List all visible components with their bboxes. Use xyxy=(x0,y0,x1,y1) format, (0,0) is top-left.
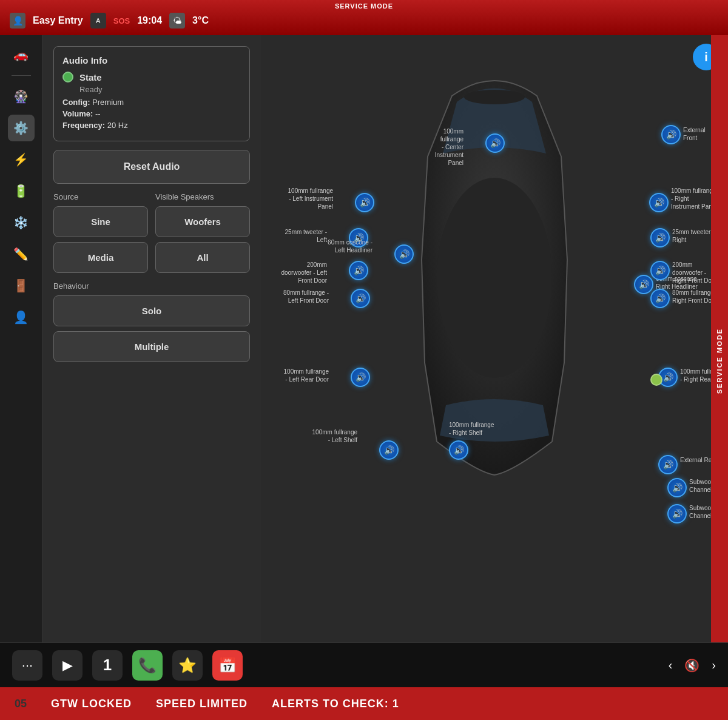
time-label: 19:04 xyxy=(137,15,162,26)
source-sine-button[interactable]: Sine xyxy=(53,206,148,237)
car-area: i SERVICE MODE xyxy=(261,35,728,687)
status-bar: SERVICE MODE 👤 Easy Entry A SOS 19:04 🌤 … xyxy=(0,0,728,35)
speakers-woofers-button[interactable]: Woofers xyxy=(155,206,250,237)
sidebar-icon-car[interactable]: 🚗 xyxy=(8,41,35,68)
state-value: Ready xyxy=(79,85,241,94)
alert-gtw: GTW LOCKED xyxy=(51,698,132,710)
taskbar-forward[interactable]: › xyxy=(712,658,716,672)
speaker-left-door-woofer-label: 200mm doorwoofer - Left Front Door xyxy=(261,261,327,284)
alert-bar: 05 GTW LOCKED SPEED LIMITED ALERTS TO CH… xyxy=(0,687,728,720)
reset-audio-button[interactable]: Reset Audio xyxy=(53,150,250,184)
volume-label: Volume: xyxy=(62,109,95,118)
behaviour-section: Behaviour Solo Multiple xyxy=(53,281,250,362)
source-media-button[interactable]: Media xyxy=(53,242,148,273)
sidebar-icon-climate[interactable]: ❄️ xyxy=(8,209,35,236)
frequency-value: 20 Hz xyxy=(107,121,128,130)
frequency-row: Frequency: 20 Hz xyxy=(62,121,241,130)
alert-id: 05 xyxy=(15,698,27,710)
sidebar-icon-battery[interactable]: 🔋 xyxy=(8,178,35,204)
state-label: State xyxy=(79,72,102,82)
alert-speed: SPEED LIMITED xyxy=(156,698,248,710)
alerts-icon: A xyxy=(90,13,106,29)
sidebar: 🚗 🎡 ⚙️ ⚡ 🔋 ❄️ ✏️ 🚪 👤 ↩ xyxy=(0,35,42,687)
taskbar: ··· ▶ 1 📞 ⭐ 📅 ‹ 🔇 › xyxy=(0,642,728,687)
profile-icon: 👤 xyxy=(10,13,25,29)
audio-info-box: Audio Info State Ready Config: Premium V… xyxy=(53,46,250,141)
config-value: Premium xyxy=(92,98,124,107)
svg-point-0 xyxy=(464,90,525,104)
sidebar-icon-pen[interactable]: ✏️ xyxy=(8,241,35,267)
weather-icon: 🌤 xyxy=(169,13,185,29)
volume-value: -- xyxy=(95,109,101,118)
service-mode-top: SERVICE MODE xyxy=(335,2,393,10)
speaker-left-coscone-label: 60mm coscone - Left Headliner xyxy=(300,238,372,254)
visible-speakers-btn-group: Woofers All xyxy=(155,206,250,273)
audio-info-title: Audio Info xyxy=(62,55,241,66)
right-rear-door-indicator xyxy=(650,374,662,386)
source-speakers-section: Source Sine Media Visible Speakers Woofe… xyxy=(53,192,250,273)
taskbar-left: ··· ▶ 1 📞 ⭐ 📅 xyxy=(12,650,243,681)
sos-label: SOS xyxy=(113,16,130,25)
sidebar-icon-steering[interactable]: 🎡 xyxy=(8,83,35,110)
behaviour-multiple-button[interactable]: Multiple xyxy=(53,331,250,362)
speaker-ext-front-label: External Front xyxy=(683,126,706,142)
taskbar-play[interactable]: ▶ xyxy=(52,650,83,681)
behaviour-solo-button[interactable]: Solo xyxy=(53,295,250,326)
taskbar-star[interactable]: ⭐ xyxy=(172,650,203,681)
behaviour-btn-group: Solo Multiple xyxy=(53,295,250,362)
temp-label: 3°C xyxy=(192,15,209,26)
frequency-label: Frequency: xyxy=(62,121,107,130)
service-mode-right-label: SERVICE MODE xyxy=(716,328,723,394)
speaker-center-inst-label: 100mm fullrange - Center Instrument Pane… xyxy=(435,127,463,167)
behaviour-label: Behaviour xyxy=(53,281,250,291)
taskbar-one[interactable]: 1 xyxy=(92,650,123,681)
taskbar-right: ‹ 🔇 › xyxy=(669,658,716,673)
taskbar-mute[interactable]: 🔇 xyxy=(684,658,699,673)
sidebar-divider-1 xyxy=(12,75,31,76)
source-label: Source xyxy=(53,192,148,201)
speaker-right-shelf-label: 100mm fullrange - Right Shelf xyxy=(449,421,516,437)
speaker-left-inst-label: 100mm fullrange - Left Instrument Panel xyxy=(261,187,333,210)
speaker-left-rear-door-label: 100mm fullrange - Left Rear Door xyxy=(261,368,329,383)
config-label: Config: xyxy=(62,98,92,107)
visible-speakers-label: Visible Speakers xyxy=(155,192,250,201)
sidebar-icon-person[interactable]: 👤 xyxy=(8,304,35,331)
control-panel: Audio Info State Ready Config: Premium V… xyxy=(42,35,261,687)
speaker-left-shelf-label: 100mm fullrange - Left Shelf xyxy=(285,428,357,444)
main-area: 🚗 🎡 ⚙️ ⚡ 🔋 ❄️ ✏️ 🚪 👤 ↩ Audio Info State … xyxy=(0,35,728,687)
taskbar-back[interactable]: ‹ xyxy=(669,658,673,672)
volume-row: Volume: -- xyxy=(62,109,241,118)
config-row: Config: Premium xyxy=(62,98,241,107)
alert-check: ALERTS TO CHECK: 1 xyxy=(272,698,399,710)
taskbar-dots[interactable]: ··· xyxy=(12,650,42,681)
taskbar-calendar[interactable]: 📅 xyxy=(212,650,243,681)
sidebar-icon-settings[interactable]: ⚙️ xyxy=(8,115,35,141)
car-diagram xyxy=(391,47,598,484)
svg-point-1 xyxy=(437,178,552,378)
taskbar-phone[interactable]: 📞 xyxy=(132,650,163,681)
sidebar-icon-lightning[interactable]: ⚡ xyxy=(8,146,35,173)
source-btn-group: Sine Media xyxy=(53,206,148,273)
service-mode-right-bar: SERVICE MODE xyxy=(711,35,728,687)
speakers-all-button[interactable]: All xyxy=(155,242,250,273)
speaker-left-front-full-label: 80mm fullrange - Left Front Door xyxy=(261,289,329,304)
easy-entry-label[interactable]: Easy Entry xyxy=(33,15,83,26)
sidebar-icon-door[interactable]: 🚪 xyxy=(8,272,35,299)
state-dot xyxy=(62,72,73,82)
